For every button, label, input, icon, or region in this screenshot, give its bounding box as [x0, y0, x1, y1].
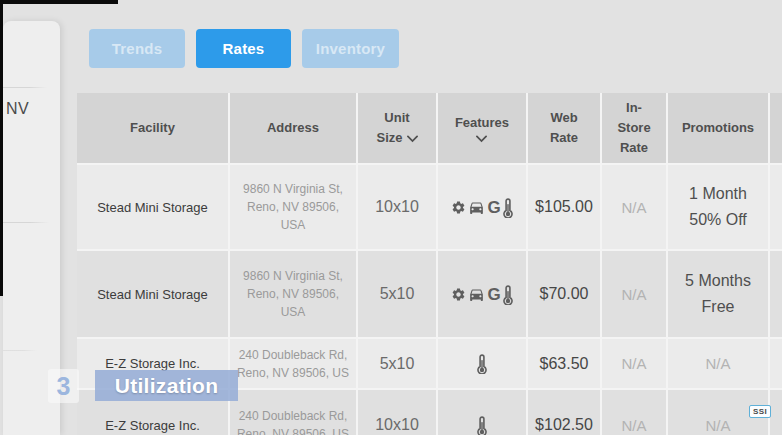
column-header-label: Promotions — [682, 118, 754, 138]
car-icon — [468, 199, 485, 216]
tab-trends[interactable]: Trends — [89, 29, 185, 68]
column-header-label: Web Rate — [540, 108, 588, 148]
app-window: NV Trends Rates Inventory Facility Addre… — [0, 0, 782, 435]
chapter-number-badge: 3 — [48, 369, 79, 403]
tab-bar: Trends Rates Inventory — [89, 29, 399, 68]
cell-unit-size: 10x10 — [358, 165, 436, 249]
side-panel-divider — [3, 350, 37, 351]
thermometer-icon — [477, 353, 487, 374]
column-header-facility: Facility — [77, 93, 228, 163]
column-header-address: Address — [230, 93, 356, 163]
cell-web-rate: $102.50 — [528, 390, 600, 435]
column-header-web-rate: Web Rate — [528, 93, 600, 163]
cell-in-store-rate: N/A — [602, 339, 666, 388]
cell-web-rate: $70.00 — [528, 251, 600, 337]
cell-facility: Stead Mini Storage — [77, 165, 228, 249]
cell-in-store-rate: N/A — [602, 251, 666, 337]
cell-address: 240 Doubleback Rd, Reno, NV 89506, US — [230, 390, 356, 435]
cell-web-rate: $63.50 — [528, 339, 600, 388]
column-header-label: Address — [267, 118, 319, 138]
column-header-overflow — [770, 93, 782, 163]
cell-features — [438, 339, 526, 388]
thermometer-icon — [503, 284, 513, 305]
chevron-down-icon[interactable] — [407, 135, 418, 143]
column-header-features[interactable]: Features — [438, 93, 526, 163]
ssi-badge: SSI — [749, 405, 771, 418]
side-panel-divider — [3, 222, 49, 223]
cell-overflow — [770, 339, 782, 388]
column-header-promotions: Promotions — [668, 93, 768, 163]
thermometer-icon — [477, 415, 487, 435]
column-header-label: Facility — [130, 118, 175, 138]
car-icon — [468, 286, 485, 303]
g-icon: G — [487, 199, 500, 216]
column-header-in-store-rate: In-Store Rate — [602, 93, 666, 163]
cell-address: 240 Doubleback Rd, Reno, NV 89506, US — [230, 339, 356, 388]
cell-overflow — [770, 165, 782, 249]
column-header-label: In-Store Rate — [610, 98, 658, 158]
caption-overlay: Utilization — [95, 370, 238, 401]
g-icon: G — [487, 286, 500, 303]
column-header-label: Unit Size — [373, 108, 421, 148]
side-panel-divider — [3, 87, 47, 88]
cell-features: G — [438, 165, 526, 249]
column-header-unit-size[interactable]: Unit Size — [358, 93, 436, 163]
cell-address: 9860 N Virginia St, Reno, NV 89506, USA — [230, 165, 356, 249]
cell-overflow — [770, 251, 782, 337]
cell-promotions: N/A — [668, 339, 768, 388]
cell-web-rate: $105.00 — [528, 165, 600, 249]
letterbox-top-bar — [0, 0, 118, 4]
cell-in-store-rate: N/A — [602, 165, 666, 249]
chevron-down-icon[interactable] — [476, 135, 487, 143]
cell-facility: Stead Mini Storage — [77, 251, 228, 337]
cell-features: G — [438, 251, 526, 337]
gear-icon — [451, 287, 466, 302]
cell-address: 9860 N Virginia St, Reno, NV 89506, USA — [230, 251, 356, 337]
side-panel-text: NV — [6, 100, 29, 118]
gear-icon — [451, 200, 466, 215]
cell-promotions: 5 Months Free — [668, 251, 768, 337]
cell-overflow — [770, 390, 782, 435]
cell-features — [438, 390, 526, 435]
tab-inventory[interactable]: Inventory — [302, 29, 399, 68]
cell-unit-size: 5x10 — [358, 251, 436, 337]
cell-unit-size: 5x10 — [358, 339, 436, 388]
column-header-label: Features — [455, 113, 509, 142]
cell-promotions: 1 Month 50% Off — [668, 165, 768, 249]
thermometer-icon — [503, 197, 513, 218]
cell-unit-size: 10x10 — [358, 390, 436, 435]
tab-rates[interactable]: Rates — [196, 29, 291, 68]
cell-in-store-rate: N/A — [602, 390, 666, 435]
